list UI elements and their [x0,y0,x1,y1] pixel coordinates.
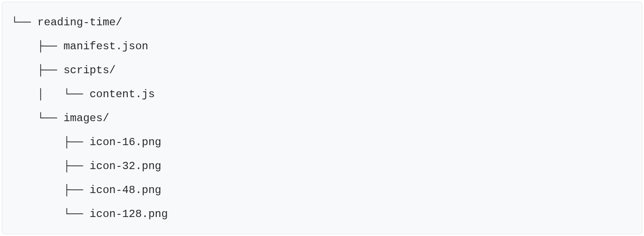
tree-line-icon-32: ├── icon-32.png [11,154,633,178]
tree-line-content-js: │ └── content.js [11,82,633,106]
directory-tree-block: └── reading-time/ ├── manifest.json ├── … [2,2,642,234]
tree-line-images-dir: └── images/ [11,106,633,130]
tree-line-icon-16: ├── icon-16.png [11,130,633,154]
tree-line-scripts-dir: ├── scripts/ [11,58,633,82]
tree-line-icon-48: ├── icon-48.png [11,178,633,202]
tree-line-root: └── reading-time/ [11,10,633,34]
tree-line-manifest: ├── manifest.json [11,34,633,58]
tree-line-icon-128: └── icon-128.png [11,202,633,226]
